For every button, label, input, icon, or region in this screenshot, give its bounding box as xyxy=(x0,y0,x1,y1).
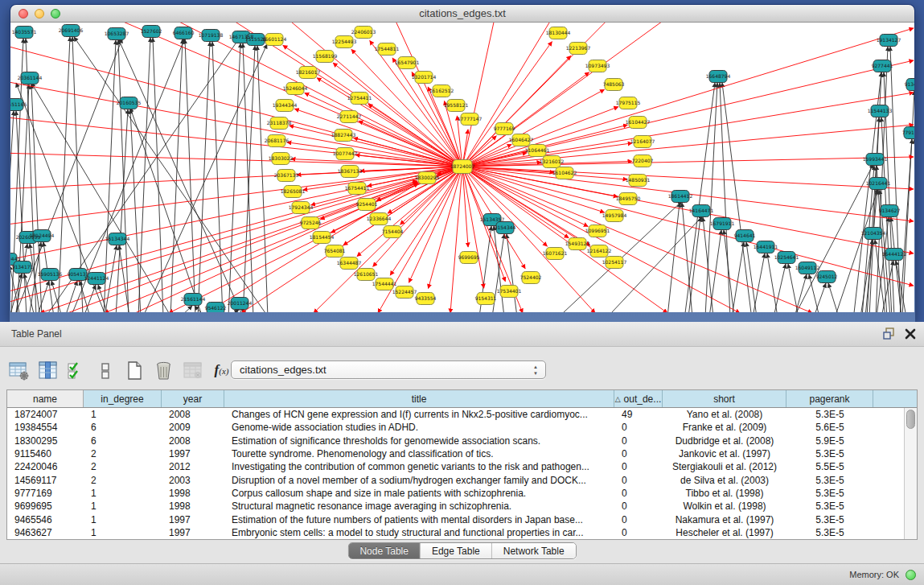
citation-edge-black[interactable] xyxy=(507,234,517,312)
citation-edge-black[interactable] xyxy=(145,44,267,312)
node-label: 7654081 xyxy=(324,248,346,253)
column-header-name[interactable]: name xyxy=(7,390,84,407)
citation-edge-black[interactable] xyxy=(767,253,778,312)
citation-edge-black[interactable] xyxy=(170,39,183,312)
node-label: 12164122 xyxy=(587,248,612,253)
cell-title: Estimation of the future numbers of pati… xyxy=(224,513,614,525)
citation-edge-red[interactable] xyxy=(206,183,418,312)
node-label: 18724007 xyxy=(450,163,475,169)
network-view-canvas[interactable]: 1872400718300295122544931156819918216017… xyxy=(10,23,914,312)
node-label: 9154344 xyxy=(495,225,516,230)
table-row[interactable]: 1830029562008Estimation of significance … xyxy=(7,435,904,447)
column-header-in_degree[interactable]: in_degree xyxy=(84,390,162,407)
table-row[interactable]: 1456911722003Disruption of a novel membe… xyxy=(7,473,904,486)
node-label: 21561144 xyxy=(181,296,206,302)
node-label: 14035571 xyxy=(12,29,37,35)
citation-edge-black[interactable] xyxy=(72,38,185,312)
cell-out_degree: 0 xyxy=(614,447,663,460)
cell-title: Estimation of significance thresholds fo… xyxy=(224,435,614,447)
scrollbar-thumb[interactable] xyxy=(906,410,915,429)
citation-edge-black[interactable] xyxy=(212,42,223,312)
cell-short: Yano et al. (2008) xyxy=(663,408,786,421)
table-row[interactable]: 1872400712008Changes of HCN gene express… xyxy=(7,408,904,421)
node-table: namein_degreeyeartitle△out_de...shortpag… xyxy=(6,389,918,540)
citation-edge-red[interactable] xyxy=(462,107,618,167)
citation-edge-black[interactable] xyxy=(746,242,757,312)
tab-network-table[interactable]: Network Table xyxy=(492,543,576,558)
citation-edge-black[interactable] xyxy=(890,47,901,312)
citation-edge-black[interactable] xyxy=(31,84,42,312)
citation-edge-red[interactable] xyxy=(462,167,484,288)
node-label: 9134627 xyxy=(879,208,901,213)
node-label: 10653287 xyxy=(105,31,129,36)
cell-in_degree: 1 xyxy=(84,526,162,539)
citation-edge-black[interactable] xyxy=(814,283,826,312)
citation-edge-black[interactable] xyxy=(74,37,265,312)
cell-year: 1998 xyxy=(162,500,224,513)
delete-table-icon[interactable] xyxy=(182,360,203,381)
citation-edge-black[interactable] xyxy=(667,203,680,312)
citation-network-graph[interactable]: 1872400718300295122544931156819918216017… xyxy=(10,23,914,312)
node-label: 20361144 xyxy=(18,75,43,80)
citation-edge-black[interactable] xyxy=(902,91,914,312)
table-selector-dropdown[interactable]: citations_edges.txt ▲▼ xyxy=(231,360,546,379)
citation-edge-black[interactable] xyxy=(130,108,201,312)
cell-year: 1997 xyxy=(162,447,224,460)
citation-edge-black[interactable] xyxy=(732,242,744,312)
function-builder-icon[interactable]: f(x) xyxy=(211,360,232,381)
new-table-icon[interactable] xyxy=(124,360,146,381)
close-panel-icon[interactable] xyxy=(905,328,916,343)
network-window-titlebar[interactable]: citations_edges.txt xyxy=(10,5,914,23)
table-row[interactable]: 969969511998Structural magnetic resonanc… xyxy=(7,500,904,513)
zoom-window-button[interactable] xyxy=(51,9,60,19)
cell-title: Investigating the contribution of common… xyxy=(224,460,614,473)
citation-edge-red[interactable] xyxy=(10,153,462,167)
table-settings-icon[interactable] xyxy=(8,360,30,381)
citation-edge-red[interactable] xyxy=(462,167,914,189)
table-row[interactable]: 946362711997Embryonic stem cells: a mode… xyxy=(7,526,904,539)
table-row[interactable]: 2242004622012Investigating the contribut… xyxy=(7,460,904,473)
citation-edge-red[interactable] xyxy=(294,109,462,167)
citation-edge-red[interactable] xyxy=(10,181,417,304)
citation-edge-black[interactable] xyxy=(688,217,700,312)
column-visibility-icon[interactable] xyxy=(37,360,59,381)
citation-edge-red[interactable] xyxy=(283,45,462,167)
citation-edge-black[interactable] xyxy=(257,46,268,312)
citation-edge-red[interactable] xyxy=(462,157,914,167)
citation-edge-red[interactable] xyxy=(462,23,499,167)
cell-short: Tibbo et al. (1998) xyxy=(663,487,786,500)
close-window-button[interactable] xyxy=(18,9,28,19)
cell-pagerank: 5.3E-5 xyxy=(786,526,873,539)
table-row[interactable]: 946554611997Estimation of the future num… xyxy=(7,513,904,525)
citation-edge-black[interactable] xyxy=(828,283,839,312)
table-row[interactable]: 1938455462009Genome-wide association stu… xyxy=(7,421,904,434)
citation-edge-black[interactable] xyxy=(722,83,751,312)
table-vertical-scrollbar[interactable] xyxy=(904,408,917,539)
cell-name: 9699695 xyxy=(7,500,84,513)
deselect-all-icon[interactable] xyxy=(95,360,117,381)
column-header-year[interactable]: year xyxy=(162,390,224,407)
table-row[interactable]: 911546021997Tourette syndrome. Phenomeno… xyxy=(7,447,904,460)
float-panel-icon[interactable] xyxy=(883,328,895,343)
node-label: 17534401 xyxy=(497,288,522,294)
select-all-icon[interactable] xyxy=(66,360,88,381)
citation-edge-black[interactable] xyxy=(130,109,141,312)
delete-rows-trash-icon[interactable] xyxy=(153,360,175,381)
column-header-title[interactable]: title xyxy=(224,390,614,407)
table-row[interactable]: 977716911998Corpus callosum shape and si… xyxy=(7,487,904,500)
citation-edge-red[interactable] xyxy=(462,167,548,246)
tab-edge-table[interactable]: Edge Table xyxy=(421,543,492,558)
citation-edge-black[interactable] xyxy=(198,42,210,312)
tab-node-table[interactable]: Node Table xyxy=(348,543,421,558)
citation-edge-black[interactable] xyxy=(84,285,96,312)
citation-edge-black[interactable] xyxy=(118,40,129,312)
column-header-pagerank[interactable]: pagerank xyxy=(786,390,873,407)
column-header-out_degree[interactable]: △out_de... xyxy=(614,390,663,407)
node-label: 10973493 xyxy=(585,63,610,68)
citation-edge-black[interactable] xyxy=(724,230,734,312)
node-label: 10216441 xyxy=(866,180,891,186)
column-header-short[interactable]: short xyxy=(663,390,786,407)
minimize-window-button[interactable] xyxy=(35,9,44,19)
node-label: 13216012 xyxy=(540,159,565,164)
table-type-tabs: Node TableEdge TableNetwork Table xyxy=(347,542,576,559)
